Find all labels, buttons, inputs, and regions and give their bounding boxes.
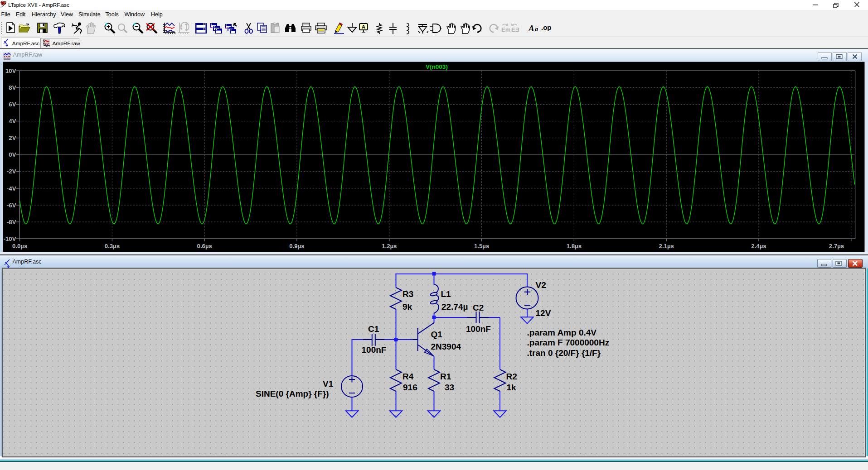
svg-text:-2V: -2V [7,168,16,175]
svg-text:1.5µs: 1.5µs [474,243,489,249]
svg-text:10V: 10V [5,67,16,74]
svg-text:100nF: 100nF [466,324,491,334]
svg-text:2.7µs: 2.7µs [829,243,844,249]
svg-text:SINE(0 {Amp} {F}): SINE(0 {Amp} {F}) [256,389,329,398]
svg-text:-8V: -8V [7,219,16,225]
svg-text:0.3µs: 0.3µs [105,243,120,249]
svg-text:.tran 0 {20/F} {1/F}: .tran 0 {20/F} {1/F} [527,348,601,358]
svg-text:1.8µs: 1.8µs [567,243,582,249]
svg-text:L1: L1 [441,289,451,299]
svg-text:0V: 0V [9,151,16,158]
svg-text:.param F 7000000Hz: .param F 7000000Hz [527,338,610,347]
svg-text:2.1µs: 2.1µs [659,243,674,249]
svg-text:R2: R2 [506,372,517,381]
svg-text:2.4µs: 2.4µs [751,243,766,249]
svg-text:a: a [535,26,538,33]
svg-text:0.0µs: 0.0µs [12,243,27,249]
svg-text:.op: .op [541,24,552,31]
svg-text:Q1: Q1 [431,330,443,339]
svg-text:R4: R4 [402,372,414,381]
svg-text:V(n003): V(n003) [426,63,448,70]
svg-text:9k: 9k [402,302,412,312]
svg-text:4V: 4V [9,118,16,125]
svg-text:2V: 2V [9,134,16,141]
svg-text:22.74µ: 22.74µ [441,302,468,312]
svg-text:E: E [511,26,515,33]
svg-text:Em: Em [501,26,510,33]
svg-text:2N3904: 2N3904 [431,342,461,351]
svg-text:0.9µs: 0.9µs [289,243,304,249]
svg-text:6V: 6V [9,101,16,108]
svg-text:R3: R3 [402,289,413,299]
svg-text:8V: 8V [9,84,16,91]
svg-text:C1: C1 [368,324,379,334]
svg-text:33: 33 [445,383,454,392]
svg-text:-4V: -4V [7,185,16,192]
svg-text:1k: 1k [507,383,517,392]
svg-text:R1: R1 [440,372,451,381]
svg-text:V1: V1 [323,379,334,388]
svg-text:Ǝ: Ǝ [515,26,519,33]
svg-text:.param Amp 0.4V: .param Amp 0.4V [527,328,597,337]
svg-text:V2: V2 [536,280,546,290]
svg-text:0.6µs: 0.6µs [197,243,212,249]
svg-text:12V: 12V [536,308,551,318]
svg-text:C2: C2 [473,303,484,312]
svg-text:100nF: 100nF [362,345,387,355]
svg-text:A: A [529,24,534,33]
svg-text:1.2µs: 1.2µs [382,243,397,249]
svg-text:-6V: -6V [7,202,16,209]
svg-text:A: A [362,24,365,29]
svg-text:-10V: -10V [4,235,16,242]
svg-text:916: 916 [403,383,417,392]
